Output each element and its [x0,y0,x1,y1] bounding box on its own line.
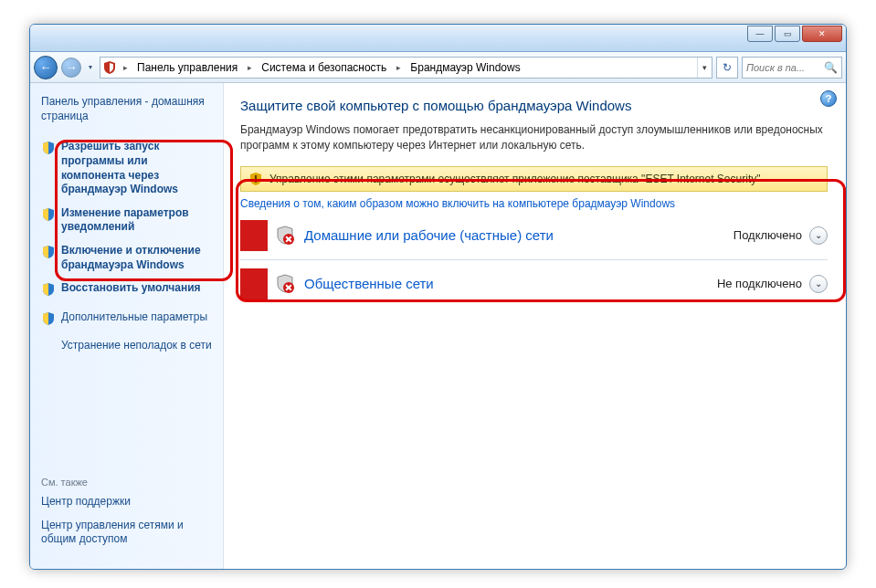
uac-shield-icon [41,207,56,226]
sidebar: Панель управления - домашняя страница Ра… [30,83,224,569]
svg-rect-1 [255,181,257,183]
breadcrumb-dropdown[interactable]: ▾ [697,58,712,78]
network-status: Подключено [734,228,802,242]
breadcrumb-item[interactable]: Брандмауэр Windows [405,58,525,78]
window-frame: — ▭ ✕ ← → ▾ ▸ Панель управления ▸ Систем… [29,24,847,570]
maximize-button[interactable]: ▭ [775,26,800,42]
breadcrumb-bar[interactable]: ▸ Панель управления ▸ Система и безопасн… [100,57,712,79]
page-title: Защитите свой компьютер с помощью брандм… [240,98,828,113]
sidebar-link-label: Разрешить запуск программы или компонент… [61,140,212,196]
expand-button[interactable]: ⌄ [809,275,828,293]
chevron-right-icon: ▸ [392,63,405,72]
window-controls: — ▭ ✕ [745,26,842,42]
breadcrumb-item[interactable]: Панель управления [132,58,243,78]
see-also-section: См. также Центр поддержки Центр управлен… [41,477,212,556]
search-input[interactable] [746,62,824,73]
control-panel-home-link[interactable]: Панель управления - домашняя страница [41,94,212,123]
nav-forward-button[interactable]: → [61,58,81,78]
uac-shield-icon [41,311,56,331]
sidebar-link-label: Включение и отключение брандмауэра Windo… [61,244,212,272]
see-also-link[interactable]: Центр управления сетями и общим доступом [41,519,212,547]
sidebar-link-label: Изменение параметров уведомлений [61,206,212,235]
sidebar-link[interactable]: Восстановить умолчания [41,281,212,301]
sidebar-link[interactable]: Дополнительные параметры [41,310,212,331]
sidebar-link-label: Устранение неполадок в сети [61,339,212,353]
expand-button[interactable]: ⌄ [809,226,828,245]
shield-blocked-icon [275,226,295,246]
sidebar-link[interactable]: Устранение неполадок в сети [41,339,212,354]
status-red-block [240,220,268,251]
uac-shield-icon [41,245,56,264]
network-title: Домашние или рабочие (частные) сети [304,227,734,243]
address-bar: ← → ▾ ▸ Панель управления ▸ Система и бе… [30,52,846,83]
main-content: ? Защитите свой компьютер с помощью бран… [224,83,846,569]
titlebar: — ▭ ✕ [30,25,846,52]
uac-shield-icon [41,282,56,301]
status-red-block [240,268,268,299]
warning-banner: Управление этими параметрами осуществляе… [240,166,828,192]
network-status: Не подключено [717,277,802,290]
separator [240,259,828,260]
sidebar-link-label: Восстановить умолчания [61,281,201,296]
svg-rect-0 [255,175,257,180]
minimize-button[interactable]: — [747,26,773,42]
blank-icon [41,340,56,354]
network-title: Общественные сети [304,276,717,291]
shield-warning-icon [248,172,263,186]
see-also-header: См. также [41,477,212,488]
uac-shield-icon [41,141,56,160]
breadcrumb-item[interactable]: Система и безопасность [256,58,392,78]
shield-blocked-icon [275,274,295,294]
chevron-right-icon: ▸ [243,63,256,72]
sidebar-link[interactable]: Включение и отключение брандмауэра Windo… [41,244,212,272]
firewall-icon [100,60,119,75]
enable-firewall-info-link[interactable]: Сведения о том, каким образом можно вклю… [240,197,828,210]
chevron-right-icon: ▸ [119,63,132,72]
network-section[interactable]: Общественные сетиНе подключено⌄ [240,268,828,300]
nav-history-dropdown[interactable]: ▾ [85,58,96,78]
sidebar-link-label: Дополнительные параметры [61,310,207,325]
sidebar-link[interactable]: Изменение параметров уведомлений [41,206,212,235]
network-section[interactable]: Домашние или рабочие (частные) сетиПодкл… [240,219,828,252]
help-icon[interactable]: ? [820,90,837,107]
warning-text: Управление этими параметрами осуществляе… [269,173,760,185]
search-icon: 🔍 [824,61,838,74]
search-box[interactable]: 🔍 [742,57,842,79]
nav-back-button[interactable]: ← [34,56,58,79]
close-button[interactable]: ✕ [802,26,842,42]
window-body: Панель управления - домашняя страница Ра… [30,83,846,569]
see-also-link[interactable]: Центр поддержки [41,495,212,509]
page-description: Брандмауэр Windows помогает предотвратит… [240,122,828,153]
refresh-button[interactable]: ↻ [716,57,738,79]
sidebar-link[interactable]: Разрешить запуск программы или компонент… [41,140,212,196]
